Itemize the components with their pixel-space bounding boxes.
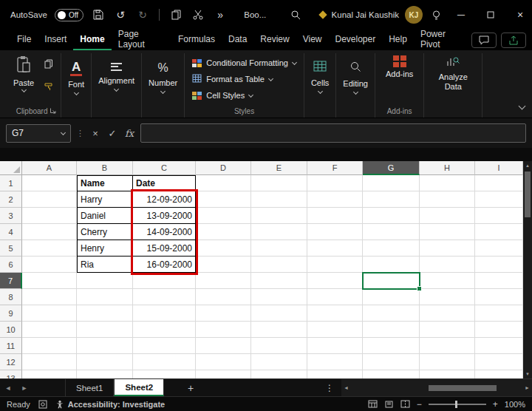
editing-group-button[interactable]: Editing (336, 53, 375, 118)
user-name[interactable]: Kunal Jai Kaushik (332, 10, 399, 19)
sheet-nav-left-icon[interactable]: ◄ (0, 379, 16, 396)
copy-icon[interactable] (168, 6, 183, 24)
cell-A1[interactable] (22, 175, 77, 191)
cell-I6[interactable] (475, 257, 523, 273)
name-box[interactable]: G7 (6, 124, 71, 143)
cell-F2[interactable] (307, 191, 363, 208)
cell-D9[interactable] (196, 305, 251, 322)
cell-C7[interactable] (133, 273, 196, 289)
vertical-scrollbar-thumb[interactable] (525, 171, 531, 217)
addins-button[interactable]: Add-ins (380, 53, 419, 78)
cell-B5[interactable]: Henry (77, 240, 133, 257)
cell-G12[interactable] (363, 354, 420, 370)
cell-A6[interactable] (22, 257, 77, 273)
cell-E11[interactable] (251, 338, 307, 354)
cell-C13[interactable] (133, 370, 196, 378)
maximize-button[interactable] (479, 0, 502, 30)
cell-C8[interactable] (133, 289, 196, 305)
cell-F6[interactable] (307, 257, 363, 273)
cell-F10[interactable] (307, 322, 363, 338)
search-icon[interactable] (288, 6, 303, 24)
cell-G13[interactable] (363, 370, 420, 378)
cell-C6[interactable]: 16-09-2000 (133, 257, 196, 273)
column-header-B[interactable]: B (77, 161, 133, 175)
row-header-9[interactable]: 9 (0, 305, 22, 322)
cell-E1[interactable] (251, 175, 307, 191)
cell-D3[interactable] (196, 208, 251, 224)
cell-E7[interactable] (251, 273, 307, 289)
menu-tab-developer[interactable]: Developer (329, 30, 383, 50)
cell-D10[interactable] (196, 322, 251, 338)
cell-B7[interactable] (77, 273, 133, 289)
enter-icon[interactable]: ✓ (106, 128, 118, 139)
cell-I8[interactable] (475, 289, 523, 305)
cell-A5[interactable] (22, 240, 77, 257)
cell-styles-button[interactable]: Cell Styles (189, 87, 256, 103)
cell-D13[interactable] (196, 370, 251, 378)
vertical-scrollbar[interactable]: ▲ ▼ (523, 161, 532, 378)
format-painter-icon[interactable] (41, 81, 56, 92)
minimize-button[interactable]: ─ (449, 0, 473, 30)
cell-D11[interactable] (196, 338, 251, 354)
scroll-down-icon[interactable]: ▼ (525, 371, 530, 377)
row-header-1[interactable]: 1 (0, 175, 22, 191)
horizontal-scrollbar[interactable]: ◄ ► (341, 379, 532, 396)
menu-tab-file[interactable]: File (10, 30, 38, 50)
cell-D2[interactable] (196, 191, 251, 208)
scroll-up-icon[interactable]: ▲ (525, 163, 530, 169)
cell-H4[interactable] (420, 224, 475, 240)
row-header-2[interactable]: 2 (0, 191, 22, 208)
cell-D8[interactable] (196, 289, 251, 305)
cell-G2[interactable] (363, 191, 420, 208)
cell-C9[interactable] (133, 305, 196, 322)
cell-I12[interactable] (475, 354, 523, 370)
cell-I5[interactable] (475, 240, 523, 257)
select-all-corner[interactable] (0, 161, 22, 175)
menu-tab-home[interactable]: Home (73, 30, 111, 50)
font-group-button[interactable]: A Font (61, 53, 92, 118)
cell-I11[interactable] (475, 338, 523, 354)
comments-button[interactable] (471, 33, 497, 48)
dialog-launcher-icon[interactable] (50, 107, 56, 115)
document-title[interactable]: Boo... (244, 10, 266, 19)
cell-I10[interactable] (475, 322, 523, 338)
formula-bar-handle[interactable]: ⋮ (76, 129, 84, 138)
cell-D5[interactable] (196, 240, 251, 257)
column-header-G[interactable]: G (363, 161, 420, 175)
cell-D7[interactable] (196, 273, 251, 289)
menu-tab-help[interactable]: Help (382, 30, 414, 50)
page-layout-view-icon[interactable] (384, 400, 394, 408)
cell-D1[interactable] (196, 175, 251, 191)
save-icon[interactable] (91, 6, 106, 24)
cell-A11[interactable] (22, 338, 77, 354)
cell-G1[interactable] (363, 175, 420, 191)
menu-tab-insert[interactable]: Insert (38, 30, 73, 50)
menu-tab-review[interactable]: Review (253, 30, 296, 50)
number-group-button[interactable]: % Number (142, 53, 185, 118)
copy-button[interactable] (41, 58, 56, 69)
cell-E4[interactable] (251, 224, 307, 240)
cell-B10[interactable] (77, 322, 133, 338)
menu-tab-view[interactable]: View (296, 30, 329, 50)
column-header-C[interactable]: C (133, 161, 196, 175)
cell-E3[interactable] (251, 208, 307, 224)
close-button[interactable]: × (508, 0, 532, 30)
zoom-level[interactable]: 100% (505, 400, 525, 409)
cell-H13[interactable] (420, 370, 475, 378)
accessibility-status[interactable]: Accessibility: Investigate (55, 400, 165, 409)
cell-I7[interactable] (475, 273, 523, 289)
cell-E12[interactable] (251, 354, 307, 370)
cell-G5[interactable] (363, 240, 420, 257)
cell-C11[interactable] (133, 338, 196, 354)
cell-C5[interactable]: 15-09-2000 (133, 240, 196, 257)
cell-A4[interactable] (22, 224, 77, 240)
redo-icon[interactable]: ↻ (135, 6, 150, 24)
cell-H12[interactable] (420, 354, 475, 370)
row-header-6[interactable]: 6 (0, 257, 22, 273)
cell-B2[interactable]: Harry (77, 191, 133, 208)
cell-E8[interactable] (251, 289, 307, 305)
selected-cell-outline[interactable] (362, 272, 420, 290)
zoom-slider[interactable] (429, 404, 486, 405)
cell-I4[interactable] (475, 224, 523, 240)
row-header-10[interactable]: 10 (0, 322, 22, 338)
